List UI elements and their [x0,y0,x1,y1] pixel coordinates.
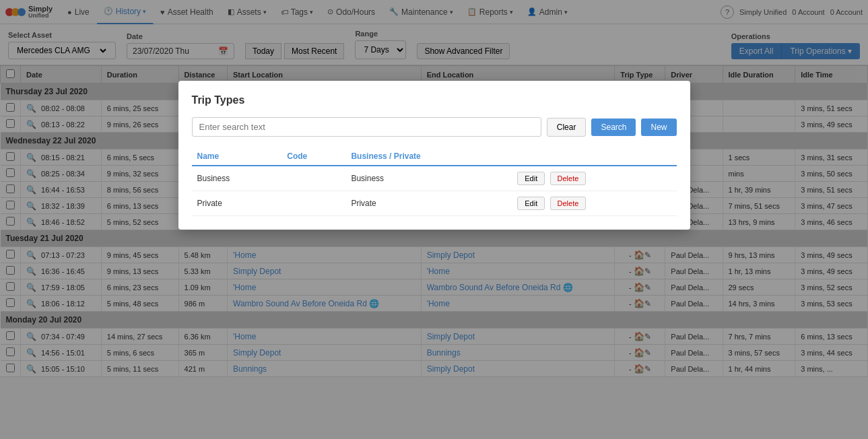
modal-col-actions [512,147,676,166]
modal-row-code [281,191,345,216]
modal-trip-types-table: Name Code Business / Private Business Bu… [192,147,677,216]
modal-edit-button[interactable]: Edit [517,197,545,210]
modal-row-type: Private [345,191,512,216]
modal-trip-type-row: Private Private Edit Delete [192,191,677,216]
modal-col-code: Code [281,147,345,166]
modal-col-type: Business / Private [345,147,512,166]
modal-edit-button[interactable]: Edit [517,172,545,185]
modal-row-actions: Edit Delete [512,191,676,216]
modal-row-code [281,166,345,191]
modal-search-row: Clear Search New [192,117,677,137]
trip-types-modal: Trip Types Clear Search New Name Code Bu… [178,81,690,230]
modal-delete-button[interactable]: Delete [550,172,587,185]
modal-new-button[interactable]: New [641,119,676,136]
modal-row-name: Private [192,191,282,216]
modal-row-actions: Edit Delete [512,166,676,191]
modal-search-input[interactable] [192,117,541,137]
modal-search-button[interactable]: Search [591,119,636,136]
modal-col-name: Name [192,147,282,166]
modal-clear-button[interactable]: Clear [547,118,587,137]
modal-title: Trip Types [192,94,677,106]
modal-delete-button[interactable]: Delete [550,197,587,210]
modal-row-type: Business [345,166,512,191]
modal-row-name: Business [192,166,282,191]
modal-trip-type-row: Business Business Edit Delete [192,166,677,191]
modal-overlay[interactable]: Trip Types Clear Search New Name Code Bu… [0,0,868,424]
